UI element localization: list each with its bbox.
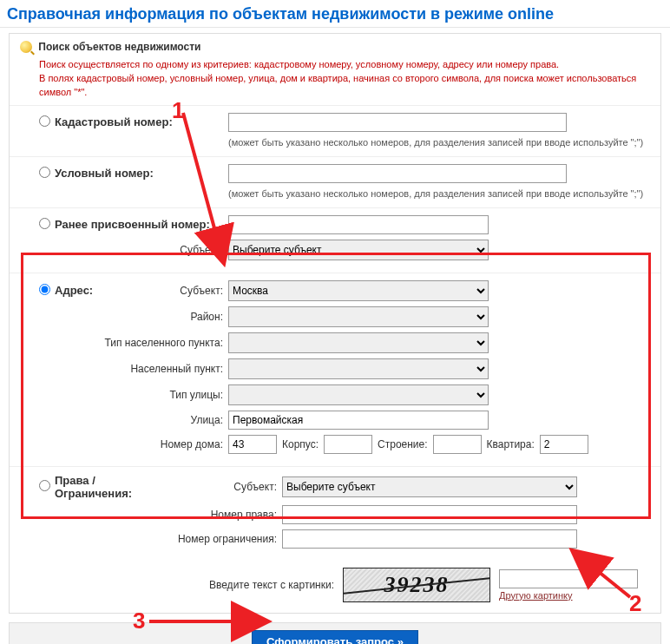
section-rights: Права / Ограничения: Субъект: Выберите с… [10,466,660,561]
input-address-flat[interactable] [540,435,588,454]
submit-bar: Сформировать запрос » [9,622,661,644]
label-rights: Права / Ограничения: [55,474,169,500]
input-rights-right-num[interactable] [282,505,577,524]
page-title: Справочная информация по объектам недвиж… [0,0,670,28]
label-address-building: Корпус: [282,438,319,450]
label-address-street: Улица: [55,414,228,426]
select-address-street-type[interactable] [228,384,489,405]
input-conditional[interactable] [228,164,567,183]
section-address: Адрес: Субъект: Москва Район: Тип населе… [10,273,660,466]
label-address-settlement: Населенный пункт: [55,363,228,375]
search-panel-header: Поиск объектов недвижимости [10,34,660,58]
annotation-arrow-3 [149,613,262,633]
label-address: Адрес: [55,284,96,297]
hint-conditional: (может быть указано несколько номеров, д… [228,188,645,199]
submit-button[interactable]: Сформировать запрос » [252,630,418,644]
input-previous[interactable] [228,215,489,234]
label-address-structure: Строение: [378,438,428,450]
select-address-settlement[interactable] [228,358,489,379]
select-address-subject[interactable]: Москва [228,280,489,301]
select-previous-subject[interactable]: Выберите субъект [228,240,489,260]
svg-line-0 [183,113,220,247]
input-address-structure[interactable] [433,435,482,454]
input-address-building[interactable] [324,435,372,454]
search-panel: Поиск объектов недвижимости Поиск осущес… [9,33,661,614]
captcha-row: Введите текст с картинки: 39238 Другую к… [10,561,660,602]
search-hints: Поиск осуществляется по одному из критер… [10,58,660,105]
input-cadastral[interactable] [228,113,567,132]
label-address-street-type: Тип улицы: [55,389,228,401]
hint-cadastral: (может быть указано несколько номеров, д… [228,137,645,148]
select-address-settlement-type[interactable] [228,332,489,353]
label-address-subject: Субъект: [96,285,228,297]
label-address-flat: Квартира: [487,438,535,450]
label-address-settlement-type: Тип населенного пункта: [55,337,228,349]
search-panel-header-text: Поиск объектов недвижимости [38,41,200,53]
select-rights-subject[interactable]: Выберите субъект [282,476,577,497]
input-address-house[interactable] [228,435,277,454]
section-cadastral: Кадастровый номер: (может быть указано н… [10,105,660,156]
annotation-number-3: 3 [133,608,145,634]
label-rights-right-num: Номер права: [55,509,282,521]
section-conditional: Условный номер: (может быть указано неск… [10,156,660,207]
radio-conditional[interactable] [39,167,50,178]
input-address-street[interactable] [228,411,489,430]
label-address-house: Номер дома: [55,438,228,450]
label-rights-limit-num: Номер ограничения: [55,533,282,545]
svg-line-1 [585,561,630,597]
radio-cadastral[interactable] [39,115,50,127]
annotation-arrow-1 [178,113,230,259]
magnifier-icon [20,41,32,53]
captcha-label: Введите текст с картинки: [209,579,334,591]
label-address-district: Район: [55,311,228,323]
section-previous: Ранее присвоенный номер: Субъект: Выбери… [10,207,660,273]
radio-address[interactable] [39,284,50,295]
annotation-arrow-2 [580,555,640,606]
search-hint-1: Поиск осуществляется по одному из критер… [39,58,645,72]
radio-previous[interactable] [39,218,50,229]
select-address-district[interactable] [228,306,489,327]
input-rights-limit-num[interactable] [282,529,577,549]
captcha-image: 39238 [343,568,490,602]
radio-rights[interactable] [39,480,50,491]
search-hint-2: В полях кадастровый номер, условный номе… [39,72,645,100]
label-rights-subject: Субъект: [169,481,282,493]
